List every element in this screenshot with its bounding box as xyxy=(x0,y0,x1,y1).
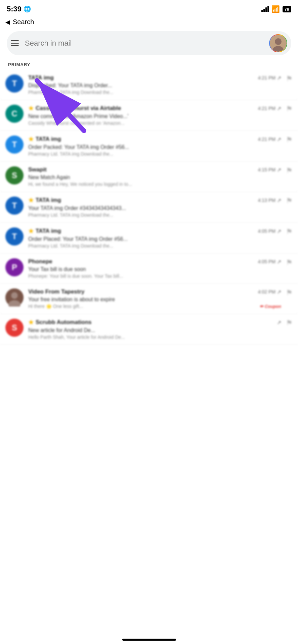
email-sender-8: Video From Tapestry xyxy=(28,288,85,295)
email-item-8[interactable]: Video From Tapestry4:02 PM ↗Your free in… xyxy=(0,284,298,314)
email-sender-9: ★Scrubb Automations xyxy=(28,319,92,326)
email-subject-9: New article for Android De... xyxy=(28,327,281,333)
hamburger-line-3 xyxy=(11,45,19,46)
email-time-2: 4:21 PM ↗ xyxy=(258,105,281,112)
search-input[interactable]: Search in mail xyxy=(25,39,269,48)
email-item-9[interactable]: S★Scrubb Automations ↗New article for An… xyxy=(0,314,298,345)
email-star-flag-6[interactable]: ⚑ xyxy=(286,227,293,236)
hamburger-line-2 xyxy=(11,43,19,44)
email-item-5[interactable]: T★TATA img4:13 PM ↗Your TATA img Order #… xyxy=(0,192,298,223)
section-primary-label: PRIMARY xyxy=(0,61,298,70)
email-avatar-6: T xyxy=(5,227,24,246)
email-time-9: ↗ xyxy=(277,319,281,326)
status-icons: 📶 79 xyxy=(261,5,291,13)
battery-indicator: 79 xyxy=(283,6,291,12)
back-arrow-icon: ◀ xyxy=(5,18,10,26)
email-item-4[interactable]: SSwapit4:15 PM ↗New Match AgainHi, we fo… xyxy=(0,162,298,192)
email-list: TTATA img4:21 PM ↗Dispatched: Your TATA … xyxy=(0,70,298,372)
email-preview-8: Hi there 🌟 One less gift... xyxy=(28,304,257,309)
email-content-7: Phonepe4:05 PM ↗Your Tax bill is due soo… xyxy=(28,258,281,279)
email-sender-4: Swapit xyxy=(28,166,47,173)
email-content-1: TATA img4:21 PM ↗Dispatched: Your TATA i… xyxy=(28,74,281,95)
back-navigation[interactable]: ◀ Search xyxy=(0,17,298,29)
email-star-flag-5[interactable]: ⚑ xyxy=(286,197,293,205)
email-preview-5: Pharmacy Ltd. TATA img Download the... xyxy=(28,212,281,218)
email-preview-2: Cassidy Whitehurst commented on 'Amazon.… xyxy=(28,120,281,126)
email-subject-3: Order Packed: Your TATA img Order #56... xyxy=(28,144,281,150)
email-subject-4: New Match Again xyxy=(28,174,281,180)
email-avatar-4: S xyxy=(5,166,24,184)
email-time-8: 4:02 PM ↗ xyxy=(258,289,281,295)
email-time-7: 4:05 PM ↗ xyxy=(258,259,281,265)
email-content-9: ★Scrubb Automations ↗New article for And… xyxy=(28,319,281,340)
email-star-flag-7[interactable]: ⚑ xyxy=(286,258,293,267)
email-star-flag-8[interactable]: ⚑ xyxy=(286,288,293,297)
email-sender-1: TATA img xyxy=(28,74,54,81)
email-subject-2: New comment on 'Amazon Prime Video...' xyxy=(28,113,281,119)
email-preview-1: Pharmacy Ltd. TATA img Download the... xyxy=(28,90,281,95)
back-label: Search xyxy=(13,18,34,26)
email-item-6[interactable]: T★TATA img4:05 PM ↗Order Placed: Your TA… xyxy=(0,223,298,254)
email-avatar-2: C xyxy=(5,105,24,123)
email-content-5: ★TATA img4:13 PM ↗Your TATA img Order #3… xyxy=(28,197,281,218)
email-item-7[interactable]: PPhonepe4:05 PM ↗Your Tax bill is due so… xyxy=(0,254,298,284)
email-time-4: 4:15 PM ↗ xyxy=(258,167,281,173)
email-time-3: 4:21 PM ↗ xyxy=(258,136,281,143)
email-preview-9: Hello Parth Shah, Your article for Andro… xyxy=(28,334,281,340)
email-avatar-8 xyxy=(5,288,24,307)
search-bar[interactable]: Search in mail xyxy=(7,31,291,55)
email-star-flag-9[interactable]: ⚑ xyxy=(286,319,293,327)
hamburger-line-1 xyxy=(11,40,19,41)
email-subject-6: Order Placed: Your TATA img Order #56... xyxy=(28,236,281,242)
avatar-image xyxy=(270,35,287,52)
email-time-6: 4:05 PM ↗ xyxy=(258,228,281,234)
email-avatar-3: T xyxy=(5,136,24,154)
email-item-2[interactable]: C★Cassidy Whitehurst via Airtable4:21 PM… xyxy=(0,100,298,131)
email-avatar-5: T xyxy=(5,197,24,215)
globe-icon: 🌐 xyxy=(24,5,31,13)
home-indicator xyxy=(122,639,176,641)
user-avatar[interactable] xyxy=(269,34,287,52)
email-subject-5: Your TATA img Order #3434343434343... xyxy=(28,205,281,211)
email-content-2: ★Cassidy Whitehurst via Airtable4:21 PM … xyxy=(28,105,281,126)
coupon-logo: ✏ Coupon xyxy=(260,304,281,309)
email-preview-6: Pharmacy Ltd. TATA img Download the... xyxy=(28,243,281,249)
email-star-flag-3[interactable]: ⚑ xyxy=(286,136,293,144)
email-content-6: ★TATA img4:05 PM ↗Order Placed: Your TAT… xyxy=(28,227,281,249)
email-time-5: 4:13 PM ↗ xyxy=(258,197,281,204)
email-content-3: ★TATA img4:21 PM ↗Order Packed: Your TAT… xyxy=(28,136,281,157)
email-avatar-7: P xyxy=(5,258,24,276)
email-sender-7: Phonepe xyxy=(28,258,52,265)
hamburger-menu-icon[interactable] xyxy=(11,40,19,46)
email-sender-5: ★TATA img xyxy=(28,197,61,204)
svg-point-4 xyxy=(11,292,18,299)
email-preview-7: Phonepe: Your bill is due soon. Your Tax… xyxy=(28,273,281,279)
email-subject-1: Dispatched: Your TATA img Order... xyxy=(28,83,281,89)
signal-icon xyxy=(261,6,269,12)
svg-point-1 xyxy=(275,38,282,45)
status-bar: 5:39 🌐 📶 79 xyxy=(0,0,298,17)
email-sender-2: ★Cassidy Whitehurst via Airtable xyxy=(28,105,121,112)
email-star-flag-1[interactable]: ⚑ xyxy=(286,74,293,83)
email-subject-7: Your Tax bill is due soon xyxy=(28,266,281,272)
email-time-1: 4:21 PM ↗ xyxy=(258,75,281,81)
email-item-1[interactable]: TTATA img4:21 PM ↗Dispatched: Your TATA … xyxy=(0,70,298,100)
email-avatar-9: S xyxy=(5,319,24,337)
email-star-flag-4[interactable]: ⚑ xyxy=(286,166,293,175)
email-content-8: Video From Tapestry4:02 PM ↗Your free in… xyxy=(28,288,281,309)
email-item-3[interactable]: T★TATA img4:21 PM ↗Order Packed: Your TA… xyxy=(0,131,298,162)
email-sender-6: ★TATA img xyxy=(28,227,61,235)
status-time: 5:39 xyxy=(7,5,22,13)
email-star-flag-2[interactable]: ⚑ xyxy=(286,105,293,113)
email-subject-8: Your free invitation is about to expire xyxy=(28,297,281,303)
email-avatar-1: T xyxy=(5,74,24,93)
email-preview-4: Hi, we found a Hey, We noticed you logge… xyxy=(28,181,281,187)
email-preview-3: Pharmacy Ltd. TATA img Download the... xyxy=(28,151,281,157)
wifi-icon: 📶 xyxy=(271,5,280,13)
email-content-4: Swapit4:15 PM ↗New Match AgainHi, we fou… xyxy=(28,166,281,187)
email-sender-3: ★TATA img xyxy=(28,136,61,143)
